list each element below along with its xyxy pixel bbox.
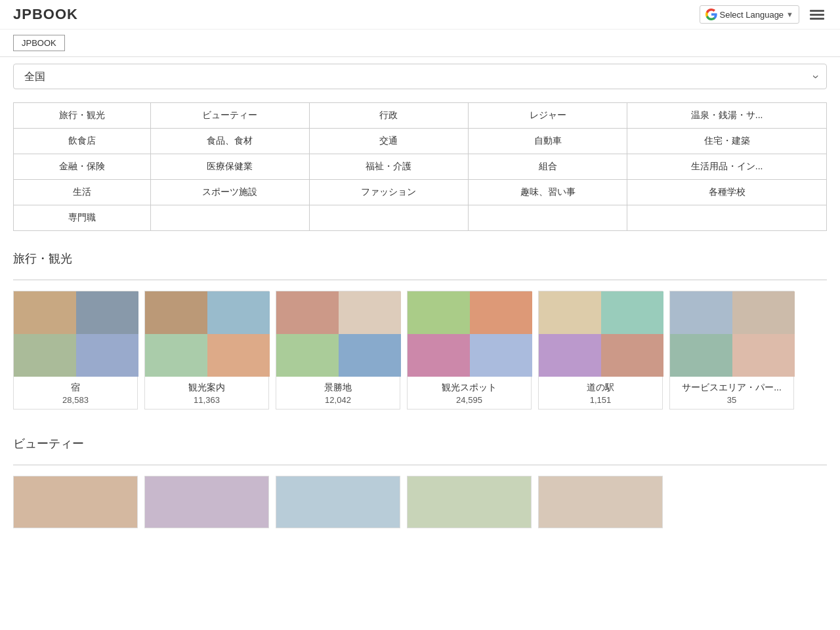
travel-card[interactable]: 観光案内11,363	[144, 291, 269, 410]
header: JPBOOK Select Language ▼	[0, 0, 840, 30]
region-select[interactable]: 全国	[13, 64, 827, 89]
card-img-cell-1	[14, 291, 76, 334]
category-cell[interactable]: 各種学校	[627, 180, 827, 205]
header-right: Select Language ▼	[700, 5, 827, 24]
card-name: 宿	[20, 382, 131, 394]
beauty-section-header: ビューティー	[0, 423, 840, 465]
travel-card[interactable]: 観光スポット24,595	[407, 291, 532, 410]
card-img-cell-3	[145, 334, 207, 377]
travel-cards-grid: 宿28,583観光案内11,363景勝地12,042観光スポット24,595道の…	[0, 291, 840, 423]
card-img-cell-4	[76, 334, 138, 377]
card-image	[670, 291, 795, 377]
card-img-cell-4	[732, 334, 795, 377]
card-info: 道の駅1,151	[539, 377, 662, 409]
card-img-cell-2	[76, 291, 138, 334]
category-cell[interactable]: ファッション	[309, 180, 468, 205]
category-cell[interactable]: 福祉・介護	[309, 154, 468, 180]
card-img-cell-3	[14, 334, 76, 377]
card-img-cell-3	[539, 334, 601, 377]
category-cell[interactable]: 組合	[469, 154, 627, 180]
card-info: サービスエリア・パー...35	[670, 377, 793, 409]
breadcrumb-home[interactable]: JPBOOK	[13, 35, 65, 51]
category-cell[interactable]: 交通	[309, 129, 468, 154]
beauty-section-title: ビューティー	[13, 436, 827, 452]
travel-section-header: 旅行・観光	[0, 238, 840, 280]
card-count: 35	[677, 395, 787, 405]
card-name: サービスエリア・パー...	[677, 382, 787, 394]
travel-card[interactable]: 宿28,583	[13, 291, 138, 410]
beauty-card-2[interactable]	[144, 476, 269, 528]
card-img-cell-2	[470, 291, 532, 334]
category-cell[interactable]: 自動車	[469, 129, 627, 154]
card-img-cell-1	[408, 291, 470, 334]
breadcrumb: JPBOOK	[0, 30, 840, 57]
google-icon	[705, 9, 717, 20]
category-cell[interactable]: 温泉・銭湯・サ...	[627, 103, 827, 129]
card-img-cell-4	[339, 334, 401, 377]
menu-line-2	[810, 14, 824, 16]
category-cell[interactable]: 食品、食材	[150, 129, 309, 154]
category-cell[interactable]: レジャー	[469, 103, 627, 129]
card-name: 観光スポット	[414, 382, 524, 394]
category-cell[interactable]: 飲食店	[14, 129, 151, 154]
card-count: 12,042	[283, 395, 393, 405]
menu-line-1	[810, 10, 824, 12]
category-cell[interactable]: 趣味、習い事	[469, 180, 627, 205]
card-count: 28,583	[20, 395, 131, 405]
card-name: 景勝地	[283, 382, 393, 394]
category-cell[interactable]: 生活用品・イン...	[627, 154, 827, 180]
card-img-cell-1	[145, 291, 207, 334]
beauty-cards-grid	[0, 476, 840, 541]
menu-line-3	[810, 18, 824, 20]
category-cell[interactable]: ビューティー	[150, 103, 309, 129]
language-arrow: ▼	[786, 10, 793, 18]
travel-section-title: 旅行・観光	[13, 251, 827, 266]
beauty-card-5[interactable]	[538, 476, 663, 528]
card-image	[408, 291, 532, 377]
category-cell[interactable]: 旅行・観光	[14, 103, 151, 129]
card-img-cell-3	[408, 334, 470, 377]
card-img-cell-4	[601, 334, 663, 377]
card-image	[14, 291, 138, 377]
card-name: 観光案内	[152, 382, 262, 394]
card-img-cell-1	[276, 291, 339, 334]
card-img-cell-4	[470, 334, 532, 377]
site-logo[interactable]: JPBOOK	[13, 6, 78, 23]
category-cell[interactable]: スポーツ施設	[150, 180, 309, 205]
card-info: 観光スポット24,595	[408, 377, 531, 409]
category-cell[interactable]: 専門職	[14, 205, 151, 231]
travel-divider	[13, 280, 827, 280]
card-count: 1,151	[545, 395, 656, 405]
card-info: 観光案内11,363	[145, 377, 268, 409]
beauty-card-3[interactable]	[276, 476, 400, 528]
card-info: 宿28,583	[14, 377, 137, 409]
card-img-cell-2	[732, 291, 795, 334]
travel-card[interactable]: 景勝地12,042	[276, 291, 400, 410]
category-cell[interactable]: 医療保健業	[150, 154, 309, 180]
region-selector-wrap: 全国	[0, 57, 840, 96]
card-img-cell-2	[207, 291, 270, 334]
travel-card[interactable]: サービスエリア・パー...35	[669, 291, 794, 410]
category-cell[interactable]: 住宅・建築	[627, 129, 827, 154]
travel-card[interactable]: 道の駅1,151	[538, 291, 663, 410]
category-grid: 旅行・観光ビューティー行政レジャー温泉・銭湯・サ...飲食店食品、食材交通自動車…	[13, 102, 827, 231]
beauty-card-4[interactable]	[407, 476, 532, 528]
language-selector[interactable]: Select Language ▼	[700, 5, 799, 24]
card-img-cell-1	[670, 291, 732, 334]
menu-button[interactable]	[807, 7, 827, 22]
card-img-cell-3	[670, 334, 732, 377]
card-name: 道の駅	[545, 382, 656, 394]
card-image	[539, 291, 663, 377]
card-img-cell-2	[339, 291, 401, 334]
beauty-card-1[interactable]	[13, 476, 138, 528]
category-cell[interactable]: 生活	[14, 180, 151, 205]
card-info: 景勝地12,042	[276, 377, 400, 409]
card-image	[145, 291, 270, 377]
card-count: 11,363	[152, 395, 262, 405]
card-img-cell-2	[601, 291, 663, 334]
beauty-divider	[13, 465, 827, 465]
category-cell[interactable]: 行政	[309, 103, 468, 129]
card-img-cell-3	[276, 334, 339, 377]
card-count: 24,595	[414, 395, 524, 405]
category-cell[interactable]: 金融・保険	[14, 154, 151, 180]
